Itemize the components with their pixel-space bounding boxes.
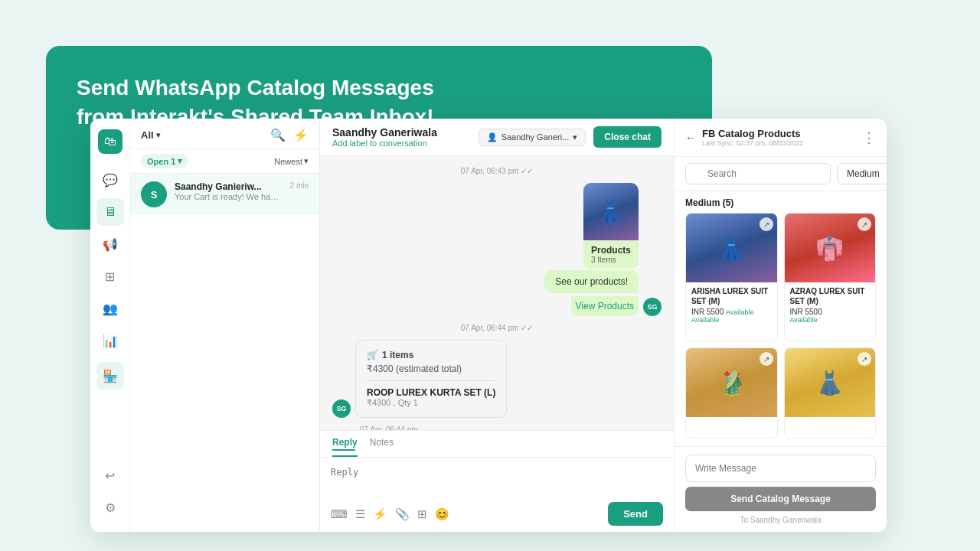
conversation-panel: All ▾ 🔍 ⚡ Open 1 ▾ Newest ▾ [130,119,320,532]
bolt-icon[interactable]: ⚡ [373,507,387,521]
inbox-icon: 🖥 [104,205,116,219]
conv-name: Saandhy Ganieriw... [175,181,283,192]
catalog-more-button[interactable]: ⋮ [862,129,876,146]
view-products-link[interactable]: View Products [571,296,639,316]
catalog-product-info-4 [785,417,876,425]
newest-chevron: ▾ [304,156,309,166]
search-icon[interactable]: 🔍 [270,128,286,142]
emoji-icon[interactable]: 😊 [435,507,449,521]
sidebar-item-broadcast[interactable]: 📢 [96,230,124,258]
catalog-product-name-1: ARISHA LUREX SUIT SET (M) [691,286,772,306]
catalog-panel: ← FB Catalog Products Last Sync: 02:37 p… [674,119,887,532]
sidebar-item-table[interactable]: ⊞ [96,262,124,290]
keyboard-icon[interactable]: ⌨ [331,507,348,521]
outer-wrapper: Send WhatsApp Catalog Messages from Inte… [0,0,980,551]
catalog-footer: Send Catalog Message To Saandhy Ganeriwa… [675,446,887,532]
catalog-search-row: 🔍 Medium Small Large XL [675,157,887,191]
chat-icon: 💬 [103,173,118,187]
sidebar-item-inbox[interactable]: 🖥 [96,198,124,226]
open-count: 1 [171,157,175,166]
product-img-4-icon: 👗 [815,370,844,396]
tab-reply[interactable]: Reply [332,437,358,457]
close-chat-button[interactable]: Close chat [593,126,662,148]
catalog-product-img-wrap-1: 👗 ↗ [686,214,777,282]
cart-item-detail: ₹4300 , Qty 1 [367,398,495,408]
catalog-product-link-badge-3[interactable]: ↗ [760,352,773,366]
catalog-product-card-2[interactable]: 👘 ↗ AZRAQ LUREX SUIT SET (M) INR 5500 Av… [784,213,877,341]
sidebar-item-contacts[interactable]: 👥 [96,295,124,322]
attachment-icon[interactable]: 📎 [395,507,410,521]
product-img-3-icon: 🥻 [717,370,746,396]
message-timestamp-2: 07 Apr, 06:44 pm ✓✓ [332,324,662,332]
list-icon[interactable]: ☰ [355,507,365,521]
settings-icon: ⚙ [105,500,116,515]
tab-notes[interactable]: Notes [370,437,394,457]
product-image-placeholder: 👗 [597,199,624,224]
cart-message-row: SG 🛒 1 items ₹4300 (estimated total) ROO… [332,340,662,418]
msg-avatar-sg-left: SG [332,399,351,418]
open-label: Open [147,157,168,166]
msg-avatar-sg: SG [643,298,662,316]
catalog-product-info-1: ARISHA LUREX SUIT SET (M) INR 5500 Avail… [686,282,777,328]
assigned-chevron: ▾ [573,132,577,142]
catalog-product-link-badge-2[interactable]: ↗ [858,217,871,231]
back-icon: ↩ [105,468,115,483]
cart-items-count: 1 items [382,350,413,360]
write-message-input[interactable] [685,455,876,482]
catalog-product-img-wrap-3: 🥻 ↗ [686,348,777,417]
product-card-title: Products [591,245,631,256]
catalog-product-link-badge-4[interactable]: ↗ [858,352,871,366]
catalog-product-card-3[interactable]: 🥻 ↗ [685,347,778,439]
sidebar-item-store[interactable]: 🏪 [96,362,124,390]
catalog-recipient: To Saandhy Ganeriwala [685,516,876,524]
add-label-link[interactable]: Add label to conversation [332,139,471,148]
person-icon: 👤 [487,132,498,142]
cart-total: ₹4300 (estimated total) [367,364,495,374]
catalog-product-card-1[interactable]: 👗 ↗ ARISHA LUREX SUIT SET (M) INR 5500 A… [685,213,778,341]
sidebar-item-back[interactable]: ↩ [96,461,124,489]
sidebar-item-analytics[interactable]: 📊 [96,327,124,354]
conv-preview: Your Cart is ready! We have c... [175,192,283,201]
chat-compose: Reply Notes ⌨ ☰ ⚡ 📎 ⊞ 😊 [320,430,674,532]
newest-label: Newest [274,157,302,166]
catalog-filter-select[interactable]: Medium Small Large XL [837,163,887,184]
catalog-product-img-wrap-2: 👘 ↗ [785,214,876,282]
sidebar-logo: 🛍 [98,129,122,154]
sidebar-item-settings[interactable]: ⚙ [96,494,124,521]
catalog-title: FB Catalog Products [702,128,856,139]
assigned-agent[interactable]: 👤 Saandhy Ganeri... ▾ [479,129,586,146]
compose-input[interactable] [331,464,663,491]
compose-area [320,458,674,497]
catalog-product-info-3 [686,417,777,425]
broadcast-icon: 📢 [103,237,118,252]
grid-icon[interactable]: ⊞ [417,507,427,521]
message-timestamp-1: 07 Apr, 06:43 pm ✓✓ [332,167,662,175]
cart-header: 🛒 1 items [367,350,495,360]
conv-filter-row: Open 1 ▾ Newest ▾ [130,149,319,174]
analytics-icon: 📊 [103,334,118,348]
ui-card: 🛍 💬 🖥 📢 ⊞ 👥 📊 🏪 ↩ [90,119,887,532]
catalog-header: ← FB Catalog Products Last Sync: 02:37 p… [675,119,887,157]
compose-tabs: Reply Notes [320,431,674,458]
conv-filter-all[interactable]: All ▾ [141,129,160,141]
catalog-product-link-badge-1[interactable]: ↗ [760,217,773,231]
conversation-item[interactable]: S Saandhy Ganieriw... Your Cart is ready… [130,174,319,215]
open-filter-badge[interactable]: Open 1 ▾ [141,154,188,168]
product-message-row: 👗 Products 3 Items See our products! Vie… [332,183,662,316]
all-label: All [141,129,154,141]
sidebar: 🛍 💬 🖥 📢 ⊞ 👥 📊 🏪 ↩ [90,119,130,532]
filter-icon[interactable]: ⚡ [293,128,309,142]
cart-icon: 🛒 [367,350,378,360]
catalog-product-price-1: INR 5500 Available [691,308,772,316]
table-icon: ⊞ [105,269,115,284]
product-card: 👗 Products 3 Items [583,183,639,269]
send-catalog-button[interactable]: Send Catalog Message [685,487,876,511]
catalog-back-button[interactable]: ← [685,132,696,144]
catalog-product-card-4[interactable]: 👗 ↗ [784,347,877,439]
contacts-icon: 👥 [103,302,118,316]
send-button[interactable]: Send [608,502,663,526]
reply-tab-label: Reply [332,437,358,448]
newest-filter[interactable]: Newest ▾ [274,156,309,166]
sidebar-item-chat[interactable]: 💬 [96,166,124,194]
catalog-search-input[interactable] [685,163,831,184]
